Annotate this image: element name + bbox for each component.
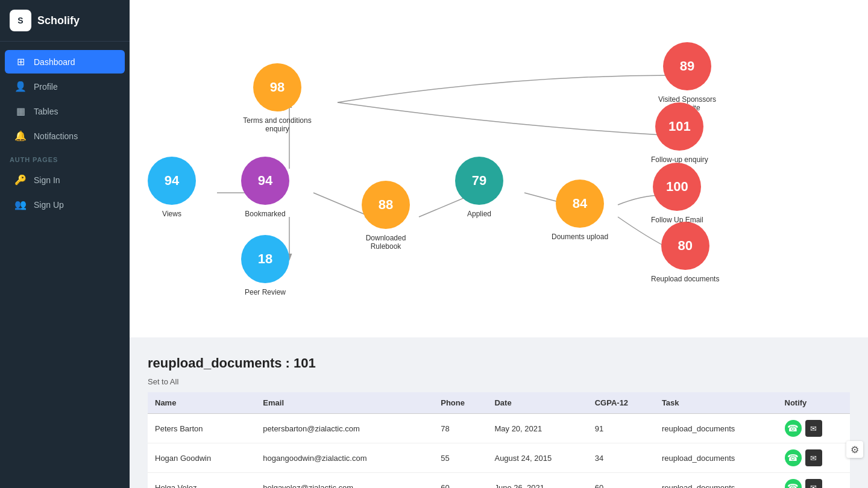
node-reupload[interactable]: 80 Reupload documents	[651, 222, 719, 283]
cell-notify: ☎ ✉	[778, 443, 850, 473]
cell-date: May 20, 2021	[487, 414, 587, 443]
col-date: Date	[487, 392, 587, 414]
cell-task: reupload_documents	[655, 473, 778, 489]
node-reupload-label: Reupload documents	[651, 275, 719, 283]
node-terms-value: 98	[270, 80, 285, 95]
table-header: Name Email Phone Date CGPA-12 Task Notif…	[148, 392, 850, 414]
sidebar-item-dashboard[interactable]: ⊞ Dashboard	[5, 50, 125, 74]
table-row: Peters Barton petersbarton@zialactic.com…	[148, 414, 850, 443]
signup-icon: 👥	[14, 199, 27, 210]
flow-container: 94 Views 94 Bookmarked 98 Terms and cond…	[148, 18, 850, 313]
col-email: Email	[256, 392, 433, 414]
node-docsupload-label: Douments upload	[552, 233, 608, 241]
cell-email: helgavelez@zialactic.com	[256, 473, 433, 489]
whatsapp-button[interactable]: ☎	[785, 420, 802, 437]
col-phone: Phone	[433, 392, 487, 414]
whatsapp-button[interactable]: ☎	[785, 479, 802, 488]
col-cgpa: CGPA-12	[588, 392, 655, 414]
sidebar-item-profile[interactable]: 👤 Profile	[5, 75, 125, 98]
table-section: reupload_documents : 101 Set to All Name…	[130, 337, 868, 488]
main-content: 94 Views 94 Bookmarked 98 Terms and cond…	[130, 0, 868, 488]
bell-icon: 🔔	[14, 130, 27, 142]
sidebar-item-label: Dashboard	[34, 57, 75, 67]
node-views[interactable]: 94 Views	[148, 157, 196, 218]
settings-gear-button[interactable]: ⚙	[846, 441, 863, 458]
cell-phone: 60	[433, 473, 487, 489]
node-downloaded[interactable]: 88 Downloaded Rulebook	[350, 181, 422, 251]
sidebar-item-label: Profile	[34, 82, 58, 92]
email-button[interactable]: ✉	[805, 420, 822, 437]
node-views-label: Views	[162, 210, 181, 218]
node-applied-label: Applied	[467, 210, 491, 218]
node-downloaded-label: Downloaded Rulebook	[350, 234, 422, 251]
node-reupload-value: 80	[678, 238, 692, 254]
app-logo-icon: S	[10, 10, 31, 31]
node-bookmarked-label: Bookmarked	[245, 210, 285, 218]
sidebar-item-label: Sign In	[34, 175, 60, 185]
sidebar: S Scholify ⊞ Dashboard 👤 Profile ▦ Table…	[0, 0, 130, 488]
cell-date: August 24, 2015	[487, 443, 587, 473]
whatsapp-button[interactable]: ☎	[785, 449, 802, 466]
cell-name: Peters Barton	[148, 414, 256, 443]
node-applied-value: 79	[472, 173, 486, 189]
node-applied[interactable]: 79 Applied	[455, 157, 503, 218]
table-row: Hogan Goodwin hogangoodwin@zialactic.com…	[148, 443, 850, 473]
sidebar-logo: S Scholify	[0, 0, 130, 42]
sidebar-item-notifications[interactable]: 🔔 Notifactions	[5, 124, 125, 148]
cell-email: hogangoodwin@zialactic.com	[256, 443, 433, 473]
node-terms-label: Terms and conditions enquiry	[241, 116, 313, 133]
col-task: Task	[655, 392, 778, 414]
cell-task: reupload_documents	[655, 414, 778, 443]
sidebar-item-label: Tables	[34, 107, 58, 116]
sidebar-item-tables[interactable]: ▦ Tables	[5, 99, 125, 123]
node-followemail[interactable]: 100 Follow Up Email	[651, 163, 703, 224]
cell-email: petersbarton@zialactic.com	[256, 414, 433, 443]
node-visited[interactable]: 89 Visited Sponssors Website	[651, 42, 723, 112]
cell-name: Hogan Goodwin	[148, 443, 256, 473]
cell-cgpa: 91	[588, 414, 655, 443]
sidebar-item-label: Sign Up	[34, 200, 64, 210]
col-name: Name	[148, 392, 256, 414]
sidebar-item-label: Notifactions	[34, 131, 78, 141]
cell-date: June 26, 2021	[487, 473, 587, 489]
node-docsupload[interactable]: 84 Douments upload	[552, 180, 608, 241]
data-table: Name Email Phone Date CGPA-12 Task Notif…	[148, 392, 850, 488]
node-followup[interactable]: 101 Follow-up enquiry	[651, 102, 708, 164]
col-notify: Notify	[778, 392, 850, 414]
email-button[interactable]: ✉	[805, 479, 822, 488]
node-bookmarked[interactable]: 94 Bookmarked	[241, 157, 289, 218]
sidebar-item-signin[interactable]: 🔑 Sign In	[5, 168, 125, 192]
cell-notify: ☎ ✉	[778, 414, 850, 443]
table-title: reupload_documents : 101	[148, 355, 850, 371]
sidebar-item-signup[interactable]: 👥 Sign Up	[5, 193, 125, 216]
node-peerreview[interactable]: 18 Peer Review	[241, 235, 289, 296]
node-visited-value: 89	[680, 58, 694, 74]
flow-diagram-area: 94 Views 94 Bookmarked 98 Terms and cond…	[130, 0, 868, 337]
node-terms[interactable]: 98 Terms and conditions enquiry	[241, 63, 313, 133]
profile-icon: 👤	[14, 81, 27, 92]
auth-section-label: AUTH PAGES	[0, 149, 130, 167]
node-followemail-value: 100	[666, 179, 688, 195]
node-views-value: 94	[165, 173, 179, 189]
sidebar-nav: ⊞ Dashboard 👤 Profile ▦ Tables 🔔 Notifac…	[0, 42, 130, 488]
cell-phone: 55	[433, 443, 487, 473]
node-peerreview-label: Peer Review	[245, 288, 286, 296]
logo-letter: S	[17, 16, 23, 25]
cell-cgpa: 34	[588, 443, 655, 473]
node-downloaded-value: 88	[379, 197, 393, 213]
cell-notify: ☎ ✉	[778, 473, 850, 489]
cell-phone: 78	[433, 414, 487, 443]
node-peerreview-value: 18	[258, 251, 272, 267]
email-button[interactable]: ✉	[805, 449, 822, 466]
dashboard-icon: ⊞	[14, 56, 27, 67]
set-to-all-button[interactable]: Set to All	[148, 377, 850, 386]
node-bookmarked-value: 94	[258, 173, 272, 189]
tables-icon: ▦	[14, 105, 27, 117]
app-name: Scholify	[37, 14, 80, 27]
cell-cgpa: 60	[588, 473, 655, 489]
signin-icon: 🔑	[14, 174, 27, 186]
node-followup-value: 101	[668, 119, 691, 134]
cell-task: reupload_documents	[655, 443, 778, 473]
cell-name: Helga Velez	[148, 473, 256, 489]
table-row: Helga Velez helgavelez@zialactic.com 60 …	[148, 473, 850, 489]
